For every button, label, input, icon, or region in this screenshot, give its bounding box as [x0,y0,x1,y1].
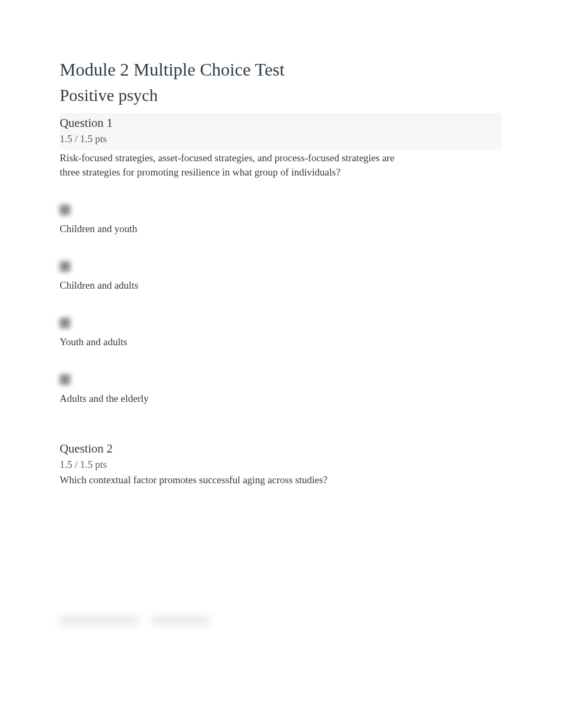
answer-option-4: Adults and the elderly [60,374,501,406]
question-1-text: Risk-focused strategies, asset-focused s… [60,151,398,179]
question-2-label: Question 2 [60,441,501,457]
question-1-header: Question 1 1.5 / 1.5 pts [60,113,501,150]
answer-text-3: Youth and adults [60,336,501,349]
answer-option-1: Children and youth [60,205,501,236]
blurred-marker-icon [60,318,70,328]
question-2-points: 1.5 / 1.5 pts [60,458,501,472]
answer-text-1: Children and youth [60,223,501,236]
page-title: Module 2 Multiple Choice Test [60,58,501,81]
blurred-content-area [60,616,501,627]
blurred-marker-icon [60,261,70,272]
blurred-marker-icon [60,374,70,385]
answer-text-4: Adults and the elderly [60,392,501,406]
question-1-points: 1.5 / 1.5 pts [60,132,501,146]
blurred-marker-icon [60,205,70,215]
page-subtitle: Positive psych [60,85,501,107]
answer-option-3: Youth and adults [60,318,501,349]
question-2-block: Question 2 1.5 / 1.5 pts Which contextua… [60,441,501,487]
question-2-text: Which contextual factor promotes success… [60,473,398,487]
question-1-label: Question 1 [60,115,501,131]
answer-option-2: Children and adults [60,261,501,292]
answer-text-2: Children and adults [60,279,501,292]
